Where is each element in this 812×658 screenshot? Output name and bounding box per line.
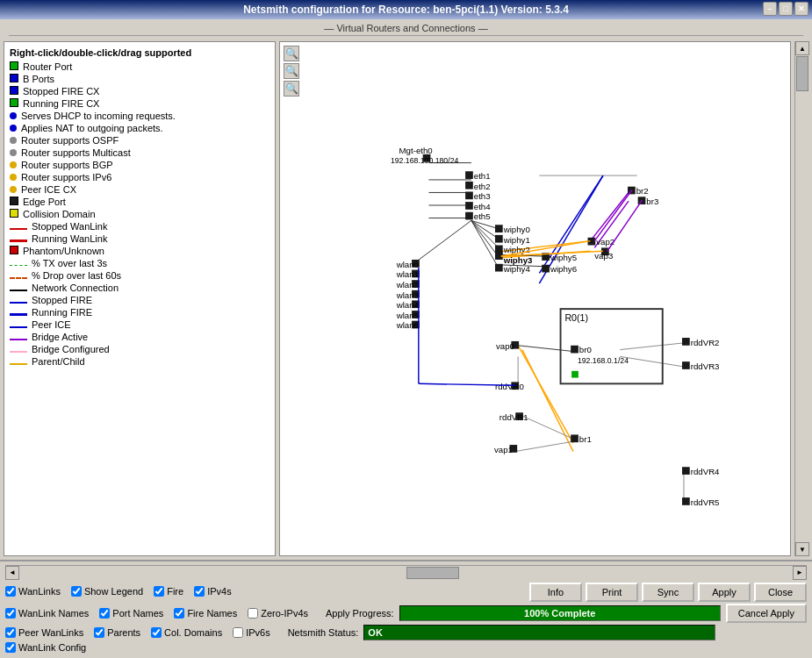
svg-rect-77 [601, 247, 609, 255]
svg-line-6 [522, 350, 573, 452]
checkbox-wanlinks[interactable]: WanLinks [5, 586, 61, 597]
sync-button[interactable]: Sync [642, 583, 694, 602]
zero-ipv4s-label: Zero-IPv4s [261, 608, 308, 619]
zero-ipv4s-checkbox[interactable] [248, 608, 258, 619]
scroll-track[interactable] [795, 55, 808, 542]
svg-line-3 [497, 241, 591, 253]
print-button[interactable]: Print [586, 583, 638, 602]
svg-text:wiphy0: wiphy0 [503, 225, 530, 234]
checkbox-port-names[interactable]: Port Names [99, 608, 163, 619]
scroll-left-button[interactable]: ◄ [5, 566, 19, 580]
checkbox-col-domains[interactable]: Col. Domains [151, 627, 222, 638]
title-bar-buttons[interactable]: – □ ✕ [763, 2, 808, 16]
legend-label-bridge-configured: Bridge Configured [32, 344, 110, 354]
zoom-out-button[interactable]: 🔍 [284, 63, 299, 79]
svg-text:rddVR4: rddVR4 [691, 467, 720, 476]
svg-rect-65 [412, 300, 420, 308]
bottom-area: ◄ ► WanLinks Show Legend Fire [0, 560, 812, 658]
wanlink-config-checkbox[interactable] [5, 642, 16, 653]
checkbox-parents[interactable]: Parents [94, 627, 140, 638]
svg-line-28 [522, 416, 573, 439]
checkbox-zero-ipv4s[interactable]: Zero-IPv4s [248, 608, 308, 619]
close-button-bottom[interactable]: Close [754, 583, 807, 602]
minimize-button[interactable]: – [763, 2, 777, 16]
info-button[interactable]: Info [529, 583, 582, 602]
legend-label-stopped-fire-cx: Stopped FIRE CX [23, 86, 99, 97]
svg-rect-49 [495, 252, 503, 260]
checkbox-wanlink-config[interactable]: WanLink Config [5, 642, 86, 653]
checkbox-ipv4s[interactable]: IPv4s [194, 586, 232, 597]
ipv4s-checkbox[interactable] [194, 586, 205, 597]
zoom-reset-button[interactable]: 🔍 [284, 81, 299, 97]
svg-line-24 [414, 220, 471, 262]
svg-line-104 [594, 190, 632, 241]
wanlinks-checkbox[interactable] [5, 586, 16, 597]
fire-names-label: Fire Names [187, 608, 237, 619]
wanlink-config-label: WanLink Config [18, 642, 86, 653]
svg-rect-33 [465, 171, 473, 179]
scroll-h-track[interactable] [19, 566, 793, 580]
svg-text:br3: br3 [646, 197, 658, 206]
title-bar: Netsmith configuration for Resource: ben… [0, 0, 812, 19]
svg-text:eth1: eth1 [474, 171, 491, 181]
fire-names-checkbox[interactable] [174, 608, 184, 619]
checkbox-fire-names[interactable]: Fire Names [174, 608, 237, 619]
show-legend-label: Show Legend [84, 586, 143, 597]
scroll-right-button[interactable]: ► [793, 566, 807, 580]
legend-item-supports-multicast: Router supports Multicast [10, 147, 269, 158]
legend-item-stopped-wanlink: Stopped WanLink [10, 221, 269, 232]
horizontal-scrollbar[interactable]: ◄ ► [5, 565, 807, 579]
parents-checkbox[interactable] [94, 627, 104, 638]
svg-rect-26 [571, 371, 578, 378]
scroll-up-button[interactable]: ▲ [795, 41, 809, 55]
ipv6s-checkbox[interactable] [233, 627, 243, 638]
port-names-checkbox[interactable] [99, 608, 110, 619]
progress-fill: 100% Complete [400, 606, 720, 620]
checkbox-fire[interactable]: Fire [154, 586, 183, 597]
checkbox-show-legend[interactable]: Show Legend [71, 586, 143, 597]
svg-text:wlan1: wlan1 [396, 269, 419, 279]
zoom-in-button[interactable]: 🔍 [284, 46, 299, 61]
svg-line-102 [501, 241, 591, 256]
legend-label-collision-domain: Collision Domain [23, 209, 96, 219]
vertical-scrollbar[interactable]: ▲ ▼ [794, 41, 808, 556]
svg-rect-67 [412, 311, 420, 318]
legend-item-supports-bgp: Router supports BGP [10, 160, 269, 170]
svg-rect-79 [561, 309, 663, 383]
svg-rect-51 [495, 264, 503, 272]
svg-rect-69 [412, 321, 420, 329]
scroll-down-button[interactable]: ▼ [795, 542, 809, 556]
svg-rect-92 [515, 412, 523, 420]
peer-wanlinks-checkbox[interactable] [5, 627, 16, 638]
ipv4s-label: IPv4s [207, 586, 232, 597]
parents-label: Parents [107, 627, 140, 638]
svg-text:vap1: vap1 [494, 445, 513, 454]
legend-item-edge-port: Edge Port [10, 197, 269, 207]
magnifier-controls[interactable]: 🔍 🔍 🔍 [284, 46, 299, 97]
svg-text:br0: br0 [579, 345, 592, 354]
maximize-button[interactable]: □ [779, 2, 793, 16]
show-legend-checkbox[interactable] [71, 586, 82, 597]
svg-line-29 [514, 441, 573, 452]
checkbox-wanlink-names[interactable]: WanLink Names [5, 608, 89, 619]
legend-label-peer-ice-cx: Peer ICE CX [21, 184, 76, 195]
button-row-1[interactable]: Info Print Sync Apply Close [529, 583, 807, 602]
fire-checkbox[interactable] [154, 586, 164, 597]
wanlink-names-checkbox[interactable] [5, 608, 16, 619]
close-button[interactable]: ✕ [794, 2, 808, 16]
legend-item-peer-ice: Peer ICE [10, 319, 269, 330]
legend-label-supports-bgp: Router supports BGP [21, 160, 113, 170]
cancel-apply-button[interactable]: Cancel Apply [726, 604, 807, 623]
canvas-area[interactable]: 🔍 🔍 🔍 [279, 41, 791, 556]
svg-text:rddVR0: rddVR0 [495, 382, 524, 391]
scroll-thumb[interactable] [796, 56, 808, 91]
col-domains-checkbox[interactable] [151, 627, 162, 638]
apply-button[interactable]: Apply [698, 583, 751, 602]
svg-text:eth4: eth4 [474, 202, 491, 211]
legend-item-bridge-active: Bridge Active [10, 332, 269, 342]
checkbox-ipv6s[interactable]: IPv6s [233, 627, 270, 638]
svg-text:br1: br1 [579, 434, 592, 444]
checkbox-peer-wanlinks[interactable]: Peer WanLinks [5, 627, 83, 638]
svg-text:rddVR5: rddVR5 [691, 497, 720, 507]
scroll-h-thumb[interactable] [406, 567, 459, 579]
